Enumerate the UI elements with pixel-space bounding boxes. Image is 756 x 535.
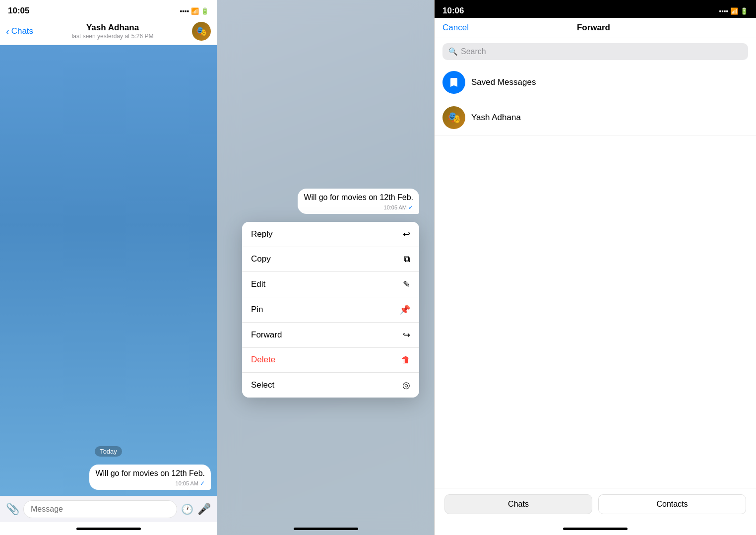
cancel-button[interactable]: Cancel [442, 23, 469, 33]
search-inner-3[interactable]: 🔍 Search [442, 43, 748, 60]
context-menu: Reply ↩ Copy ⧉ Edit ✎ Pin 📌 Forward ↪ De… [242, 222, 419, 398]
context-menu-item-pin[interactable]: Pin 📌 [242, 297, 419, 323]
home-bar-2 [294, 528, 358, 530]
status-time-1: 10:05 [8, 6, 29, 16]
tab-chats-label: Chats [508, 500, 529, 508]
yash-adhana-avatar: 🎭 [442, 106, 465, 129]
nav-bar-3: Cancel Forward [435, 18, 756, 38]
pin-icon: 📌 [399, 304, 410, 315]
mic-icon-1[interactable]: 🎤 [197, 503, 211, 516]
context-menu-item-delete[interactable]: Delete 🗑 [242, 348, 419, 373]
forward-title: Forward [577, 23, 610, 33]
context-container: Will go for movies on 12th Feb. 10:05 AM… [242, 189, 419, 398]
home-bar-3 [563, 528, 628, 530]
context-menu-item-copy[interactable]: Copy ⧉ [242, 247, 419, 272]
forward-list: Saved Messages 🎭 Yash Adhana [435, 65, 756, 488]
list-item-yash-adhana[interactable]: 🎭 Yash Adhana [435, 100, 756, 135]
context-message-meta: 10:05 AM ✓ [304, 204, 413, 211]
copy-icon: ⧉ [404, 254, 410, 265]
nav-bar-1: ‹ Chats Yash Adhana last seen yesterday … [0, 18, 217, 45]
select-icon: ◎ [402, 380, 410, 391]
last-seen-1: last seen yesterday at 5:26 PM [33, 33, 192, 40]
context-menu-item-select[interactable]: Select ◎ [242, 373, 419, 398]
home-indicator-2 [217, 522, 434, 535]
context-menu-label-forward: Forward [251, 330, 282, 340]
emoji-icon-1[interactable]: 🕐 [181, 503, 193, 515]
contact-avatar-1[interactable]: 🎭 [192, 22, 211, 41]
wifi-icon-1: 📶 [191, 7, 199, 15]
contact-name-1: Yash Adhana [33, 23, 192, 33]
context-message-bubble[interactable]: Will go for movies on 12th Feb. 10:05 AM… [298, 189, 419, 214]
context-menu-item-edit[interactable]: Edit ✎ [242, 272, 419, 297]
chevron-left-icon-1: ‹ [6, 26, 9, 37]
date-badge-1: Today [6, 446, 211, 457]
message-check-1: ✓ [200, 480, 205, 487]
date-label-1: Today [95, 446, 122, 457]
home-bar-1 [76, 528, 141, 530]
battery-icon-3: 🔋 [740, 7, 748, 15]
attach-icon-1[interactable]: 📎 [6, 503, 19, 516]
home-indicator-3 [435, 522, 756, 535]
search-placeholder-3: Search [461, 47, 486, 56]
message-input-1[interactable] [23, 500, 177, 518]
message-meta-1: 10:05 AM ✓ [95, 480, 205, 487]
list-item-saved-messages[interactable]: Saved Messages [435, 65, 756, 100]
status-time-3: 10:06 [442, 6, 464, 16]
context-menu-label-copy: Copy [251, 254, 271, 264]
status-icons-1: ▪▪▪▪ 📶 🔋 [180, 7, 209, 15]
bottom-tabs-3: Chats Contacts [435, 488, 756, 522]
status-bar-1: 10:05 ▪▪▪▪ 📶 🔋 [0, 0, 217, 18]
edit-icon: ✎ [403, 279, 410, 290]
status-bar-3: 10:06 ▪▪▪▪ 📶 🔋 [435, 0, 756, 18]
avatar-image-1: 🎭 [192, 22, 211, 41]
nav-center-1: Yash Adhana last seen yesterday at 5:26 … [33, 23, 192, 40]
search-bar-3: 🔍 Search [435, 38, 756, 65]
tab-contacts-label: Contacts [656, 500, 688, 508]
message-time-1: 10:05 AM [176, 480, 198, 486]
search-icon-3: 🔍 [448, 47, 458, 56]
context-message-text: Will go for movies on 12th Feb. [304, 193, 413, 203]
saved-messages-name: Saved Messages [471, 77, 536, 87]
tab-chats[interactable]: Chats [444, 494, 592, 514]
context-menu-label-select: Select [251, 380, 274, 390]
status-icons-3: ▪▪▪▪ 📶 🔋 [719, 7, 748, 15]
context-menu-item-reply[interactable]: Reply ↩ [242, 222, 419, 247]
battery-icon-1: 🔋 [201, 7, 209, 15]
input-bar-1: 📎 🕐 🎤 [0, 496, 217, 522]
forward-icon: ↪ [403, 330, 410, 340]
delete-icon: 🗑 [401, 355, 410, 365]
context-message-time: 10:05 AM [384, 204, 407, 210]
reply-icon: ↩ [403, 229, 410, 240]
back-label-1[interactable]: Chats [11, 26, 33, 36]
context-menu-label-edit: Edit [251, 279, 265, 289]
saved-messages-avatar [442, 71, 465, 94]
back-button-1[interactable]: ‹ Chats [6, 26, 33, 37]
tab-contacts[interactable]: Contacts [598, 494, 746, 514]
signal-icon-3: ▪▪▪▪ [719, 7, 728, 15]
context-menu-screen: Will go for movies on 12th Feb. 10:05 AM… [217, 0, 434, 535]
chat-screen: 10:05 ▪▪▪▪ 📶 🔋 ‹ Chats Yash Adhana last … [0, 0, 217, 535]
context-menu-item-forward[interactable]: Forward ↪ [242, 323, 419, 348]
message-text-1: Will go for movies on 12th Feb. [95, 468, 205, 479]
signal-icon-1: ▪▪▪▪ [180, 7, 189, 15]
home-indicator-1 [0, 522, 217, 535]
context-menu-label-pin: Pin [251, 305, 263, 315]
chat-background-1: Today Will go for movies on 12th Feb. 10… [0, 45, 217, 496]
context-menu-label-delete: Delete [251, 355, 275, 365]
forward-screen: 10:06 ▪▪▪▪ 📶 🔋 Cancel Forward 🔍 Search S… [435, 0, 756, 535]
wifi-icon-3: 📶 [730, 7, 738, 15]
context-menu-label-reply: Reply [251, 229, 272, 239]
context-message-check: ✓ [408, 204, 413, 211]
message-bubble-1[interactable]: Will go for movies on 12th Feb. 10:05 AM… [89, 465, 211, 490]
yash-adhana-name: Yash Adhana [471, 113, 521, 123]
